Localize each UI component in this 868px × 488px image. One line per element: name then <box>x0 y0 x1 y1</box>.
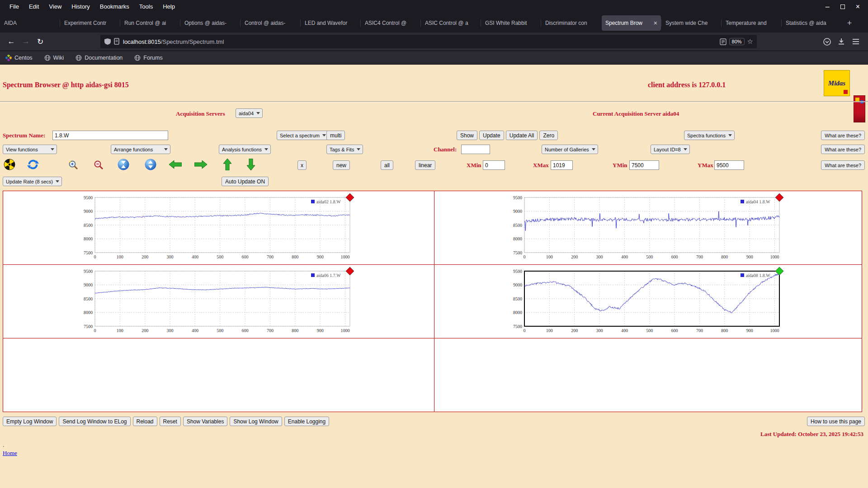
tags-fits-select[interactable]: Tags & Fits <box>326 145 363 154</box>
tab-options-aidas[interactable]: Options @ aidas- <box>181 15 240 31</box>
gallery-cell-1[interactable]: 7500800085009000950001002003004005006007… <box>3 191 434 265</box>
gallery-cell-6[interactable] <box>434 338 862 412</box>
hamburger-menu-icon[interactable] <box>849 35 863 48</box>
forward-button[interactable]: → <box>19 35 33 48</box>
reset-button[interactable]: Reset <box>160 417 181 426</box>
menu-history[interactable]: History <box>66 0 94 14</box>
tab-spectrum-brow[interactable]: Spectrum Brow× <box>602 15 661 31</box>
spectrum-chart-aida02[interactable]: 7500800085009000950001002003004005006007… <box>74 192 363 263</box>
close-button[interactable]: × <box>856 3 860 10</box>
zero-button[interactable]: Zero <box>539 131 558 140</box>
spectrum-chart-aida04[interactable]: 7500800085009000950001002003004005006007… <box>504 192 793 263</box>
home-link[interactable]: Home <box>3 450 17 457</box>
pan-down-icon[interactable] <box>247 159 255 172</box>
compress-y-icon[interactable] <box>118 159 129 172</box>
what-are-these-button-2[interactable]: What are these? <box>821 145 865 154</box>
all-button[interactable]: all <box>381 160 393 170</box>
tab-gsi-white-rabbit[interactable]: GSI White Rabbit <box>481 15 541 31</box>
url-bar[interactable]: localhost:8015/Spectrum/Spectrum.tml 80%… <box>100 35 757 48</box>
maximize-button[interactable] <box>840 3 845 10</box>
menu-edit[interactable]: Edit <box>24 0 44 14</box>
channel-input[interactable] <box>461 145 490 154</box>
ymin-input[interactable] <box>629 160 659 170</box>
tab-statistics-aida[interactable]: Statistics @ aida <box>782 15 841 31</box>
minimize-button[interactable]: – <box>826 3 830 10</box>
shield-icon[interactable] <box>104 38 111 45</box>
bookmark-centos[interactable]: Centos <box>5 55 33 61</box>
menu-help[interactable]: Help <box>158 0 180 14</box>
select-spectrum-dropdown[interactable]: Select a spectrum <box>277 131 329 140</box>
layout-id-select[interactable]: Layout ID=8 <box>651 145 690 154</box>
tab-control-aidas[interactable]: Control @ aidas- <box>241 15 300 31</box>
refresh-icon[interactable] <box>27 159 39 172</box>
radiation-icon[interactable] <box>4 159 15 172</box>
tab-asic-control-a[interactable]: ASIC Control @ a <box>421 15 481 31</box>
analysis-functions-select[interactable]: Analysis functions <box>219 145 271 154</box>
back-button[interactable]: ← <box>5 35 18 48</box>
bookmark-wiki[interactable]: Wiki <box>44 55 64 61</box>
downloads-icon[interactable] <box>835 35 848 48</box>
gallery-cell-3[interactable]: 7500800085009000950001002003004005006007… <box>3 265 434 338</box>
reload-button[interactable]: Reload <box>133 417 157 426</box>
send-log-window-to-elog-button[interactable]: Send Log Window to ELog <box>59 417 130 426</box>
pan-up-icon[interactable] <box>223 159 231 172</box>
update-button[interactable]: Update <box>479 131 504 140</box>
tab-led-and-wavefor[interactable]: LED and Wavefor <box>301 15 360 31</box>
gallery-marker[interactable] <box>775 193 783 202</box>
update-rate-select[interactable]: Update Rate (8 secs) <box>3 177 62 186</box>
gallery-cell-2[interactable]: 7500800085009000950001002003004005006007… <box>434 191 862 265</box>
bookmark-star-icon[interactable]: ☆ <box>747 38 753 46</box>
view-functions-select[interactable]: View functions <box>3 145 57 154</box>
reload-button[interactable]: ↻ <box>33 35 47 48</box>
tab-discriminator-con[interactable]: Discriminator con <box>542 15 601 31</box>
bookmark-documentation[interactable]: Documentation <box>75 55 123 61</box>
spectrum-name-input[interactable] <box>52 131 168 140</box>
tab-aida[interactable]: AIDA <box>0 15 60 31</box>
arrange-functions-select[interactable]: Arrange functions <box>111 145 170 154</box>
linear-button[interactable]: linear <box>415 160 435 170</box>
pan-right-icon[interactable] <box>194 160 207 170</box>
menu-bookmarks[interactable]: Bookmarks <box>95 0 134 14</box>
tab-asic4-control[interactable]: ASIC4 Control @ <box>361 15 420 31</box>
update-all-button[interactable]: Update All <box>506 131 538 140</box>
what-are-these-button-3[interactable]: What are these? <box>821 160 865 170</box>
spectrum-chart-aida08[interactable]: 7500800085009000950001002003004005006007… <box>504 266 793 337</box>
empty-log-window-button[interactable]: Empty Log Window <box>3 417 57 426</box>
multi-button[interactable]: multi <box>326 131 345 140</box>
number-of-galleries-select[interactable]: Number of Galleries <box>542 145 598 154</box>
show-variables-button[interactable]: Show Variables <box>183 417 228 426</box>
pan-left-icon[interactable] <box>169 160 182 170</box>
page-info-icon[interactable] <box>114 38 120 45</box>
spectrum-chart-aida06[interactable]: 7500800085009000950001002003004005006007… <box>74 266 363 337</box>
tab-close-icon[interactable]: × <box>654 19 657 27</box>
menu-file[interactable]: File <box>5 0 24 14</box>
reader-mode-icon[interactable] <box>720 38 726 45</box>
tab-run-control-ai[interactable]: Run Control @ ai <box>121 15 180 31</box>
menu-view[interactable]: View <box>44 0 66 14</box>
url-text[interactable]: localhost:8015/Spectrum/Spectrum.tml <box>123 38 717 45</box>
gallery-marker[interactable] <box>346 267 354 275</box>
show-log-window-button[interactable]: Show Log Window <box>230 417 282 426</box>
enable-logging-button[interactable]: Enable Logging <box>284 417 329 426</box>
what-are-these-button-1[interactable]: What are these? <box>821 131 865 140</box>
auto-update-button[interactable]: Auto Update ON <box>222 177 269 186</box>
spectra-functions-select[interactable]: Spectra functions <box>684 131 735 140</box>
expand-y-icon[interactable] <box>145 159 156 172</box>
xmin-input[interactable] <box>483 160 505 170</box>
pocket-icon[interactable] <box>820 35 834 48</box>
bookmark-forums[interactable]: Forums <box>134 55 162 61</box>
zoom-out-icon[interactable] <box>93 160 104 172</box>
tab-experiment-contr[interactable]: Experiment Contr <box>61 15 120 31</box>
show-button[interactable]: Show <box>457 131 477 140</box>
zoom-level-badge[interactable]: 80% <box>729 38 745 45</box>
new-button[interactable]: new <box>333 160 350 170</box>
tab-system-wide-che[interactable]: System wide Che <box>662 15 721 31</box>
gallery-cell-4[interactable]: 7500800085009000950001002003004005006007… <box>434 265 862 338</box>
ymax-input[interactable] <box>714 160 744 170</box>
acquisition-server-select[interactable]: aida04 <box>236 108 263 118</box>
x-axis-button[interactable]: x <box>297 160 307 170</box>
new-tab-button[interactable]: + <box>842 16 857 30</box>
gallery-cell-5[interactable] <box>3 338 434 412</box>
gallery-marker[interactable] <box>775 267 783 275</box>
gallery-marker[interactable] <box>346 193 354 202</box>
